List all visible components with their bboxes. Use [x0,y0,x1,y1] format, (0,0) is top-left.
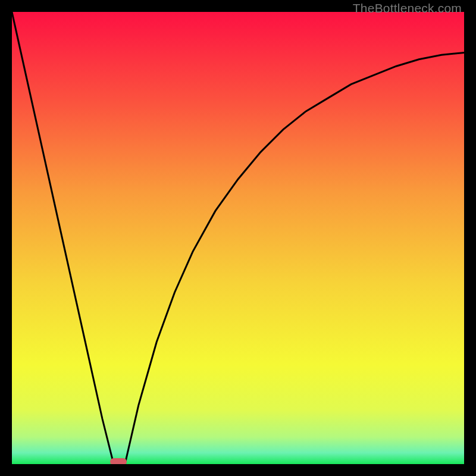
plot-area [12,12,464,464]
watermark: TheBottleneck.com [353,1,462,15]
bottleneck-curve [12,12,464,464]
min-marker [110,458,127,464]
